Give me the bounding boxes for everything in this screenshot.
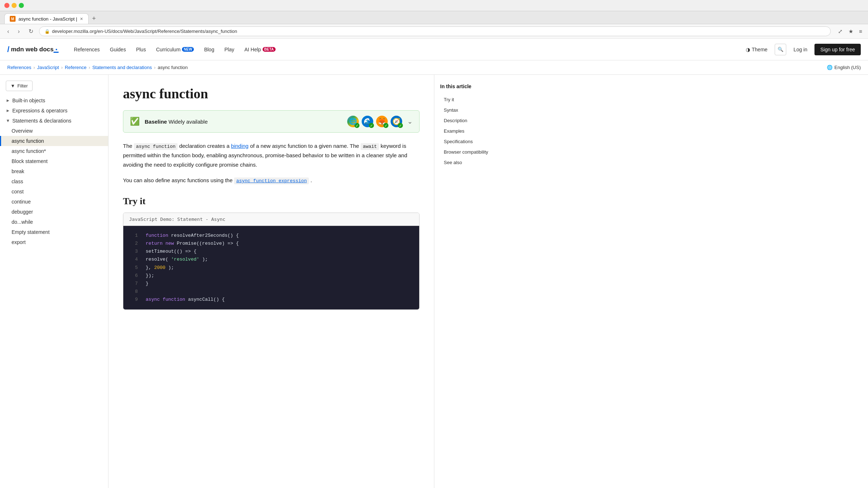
code-demo-box: JavaScript Demo: Statement - Async 1 fun… [123, 213, 420, 310]
nav-blog-label: Blog [204, 47, 214, 52]
intro1-binding-link[interactable]: binding [231, 143, 248, 149]
code-line-2: 2 return new Promise((resolve) => { [129, 240, 413, 248]
forward-button[interactable]: › [15, 27, 22, 36]
baseline-text: Baseline Widely available [145, 119, 342, 125]
nav-curriculum[interactable]: Curriculum NEW [152, 44, 198, 55]
tab-title: async function - JavaScript | [18, 16, 77, 22]
theme-label: Theme [752, 47, 768, 52]
nav-guides[interactable]: Guides [106, 44, 130, 55]
firefox-icon: 🦊 ✓ [376, 116, 388, 127]
sidebar-item-continue[interactable]: continue [0, 197, 108, 207]
tab-close-icon[interactable]: × [80, 16, 83, 22]
intro1-mid: declaration creates a [179, 143, 231, 149]
toc-item-browser-compat[interactable]: Browser compatibility [440, 147, 508, 157]
kw-new-2: new [165, 241, 174, 246]
dot-green[interactable] [19, 3, 24, 8]
sidebar-item-block[interactable]: Block statement [0, 156, 108, 166]
nav-references[interactable]: References [69, 44, 104, 55]
breadcrumb-statements[interactable]: Statements and declarations [92, 65, 152, 70]
extensions-icon[interactable]: ⤢ [837, 27, 844, 36]
sidebar-item-break[interactable]: break [0, 166, 108, 176]
breadcrumb-references[interactable]: References [7, 65, 31, 70]
sidebar-item-debugger[interactable]: debugger [0, 207, 108, 217]
logo-dot [56, 49, 57, 50]
filter-button[interactable]: ▼ Filter [6, 81, 33, 91]
aihelp-badge: BETA [263, 47, 276, 52]
intro2-async-code-link[interactable]: async function expression [234, 177, 309, 184]
sidebar-item-class[interactable]: class [0, 176, 108, 187]
sidebar-item-dowhile[interactable]: do...while [0, 217, 108, 227]
search-button[interactable]: 🔍 [775, 44, 786, 55]
breadcrumb-sep-2: › [61, 65, 63, 70]
tab-favicon: M [10, 16, 16, 22]
dot-red[interactable] [4, 3, 9, 8]
header-right: ◑ Theme 🔍 Log in Sign up for free [742, 44, 861, 55]
sidebar-item-empty[interactable]: Empty statement [0, 227, 108, 237]
nav-blog[interactable]: Blog [200, 44, 218, 55]
theme-moon-icon: ◑ [746, 47, 750, 52]
nav-icons: ⤢ ★ ≡ [837, 27, 864, 36]
line-num-2: 2 [129, 240, 138, 248]
code-demo-body: 1 function resolveAfter2Seconds() { 2 re… [123, 226, 419, 309]
sidebar-section-expressions[interactable]: ► Expressions & operators [0, 106, 108, 116]
sidebar-section-statements[interactable]: ▼ Statements & declarations [0, 116, 108, 126]
signup-button[interactable]: Sign up for free [814, 44, 861, 55]
num-2000-5: 2000 [154, 265, 165, 270]
sidebar-item-async-function[interactable]: async function [0, 136, 108, 146]
address-bar[interactable]: 🔒 developer.mozilla.org/en-US/docs/Web/J… [39, 26, 831, 36]
toc-item-see-also[interactable]: See also [440, 158, 508, 167]
sidebar-item-const[interactable]: const [0, 187, 108, 197]
code-line-4: 4 resolve( 'resolved' ); [129, 256, 413, 264]
chevron-right-icon: ► [6, 98, 10, 103]
line-num-9: 9 [129, 296, 138, 304]
refresh-button[interactable]: ↻ [26, 26, 36, 36]
logo-underline [54, 52, 59, 53]
nav-plus[interactable]: Plus [132, 44, 150, 55]
breadcrumb-reference[interactable]: Reference [65, 65, 86, 70]
code-line-9: 9 async function asyncCall() { [129, 296, 413, 304]
breadcrumb-sep-3: › [89, 65, 90, 70]
page-title: async function [123, 86, 420, 102]
intro2-pre: You can also define async functions usin… [123, 177, 234, 183]
content-area: async function ✅ Baseline Widely availab… [109, 75, 434, 488]
sidebar-item-export[interactable]: export [0, 237, 108, 247]
code-resolve-pre-4: resolve( [146, 257, 168, 262]
breadcrumb-javascript[interactable]: JavaScript [37, 65, 59, 70]
chrome-icon: 🌐 ✓ [347, 116, 359, 127]
sidebar-built-in-label: Built-in objects [12, 98, 45, 103]
bookmark-icon[interactable]: ★ [847, 27, 855, 36]
intro2-post: . [310, 177, 312, 183]
browser-tab[interactable]: M async function - JavaScript | × [4, 13, 89, 24]
sidebar-item-async-generator[interactable]: async function* [0, 146, 108, 156]
intro1-pre: The [123, 143, 134, 149]
edge-icon: 🌊 ✓ [362, 116, 373, 127]
nav-play[interactable]: Play [220, 44, 238, 55]
str-resolved-4: 'resolved' [171, 257, 199, 262]
sidebar-section-built-in[interactable]: ► Built-in objects [0, 95, 108, 106]
toc-item-specifications[interactable]: Specifications [440, 137, 508, 146]
code-fn-name-1: resolveAfter2Seconds() { [171, 233, 239, 238]
new-tab-button[interactable]: + [89, 13, 100, 24]
login-button[interactable]: Log in [790, 44, 811, 55]
menu-icon[interactable]: ≡ [858, 27, 864, 36]
kw-return-2: return [146, 241, 163, 246]
toc-item-syntax[interactable]: Syntax [440, 106, 508, 115]
toc-item-try-it[interactable]: Try it [440, 95, 508, 104]
line-num-6: 6 [129, 272, 138, 280]
nav-play-label: Play [224, 47, 234, 52]
browser-nav: ‹ › ↻ 🔒 developer.mozilla.org/en-US/docs… [0, 24, 868, 39]
toc-item-description[interactable]: Description [440, 116, 508, 125]
toc-item-examples[interactable]: Examples [440, 127, 508, 136]
dot-yellow[interactable] [12, 3, 17, 8]
language-selector[interactable]: 🌐 English (US) [827, 65, 861, 70]
nav-plus-label: Plus [136, 47, 146, 52]
intro1-await-code: await [361, 143, 379, 150]
mdn-logo[interactable]: / mdn web docs [7, 45, 59, 54]
baseline-expand-button[interactable]: ⌄ [407, 117, 413, 125]
nav-aihelp[interactable]: AI Help BETA [240, 44, 280, 55]
back-button[interactable]: ‹ [4, 27, 12, 36]
code-line-8: 8 [129, 288, 413, 296]
sidebar-item-overview[interactable]: Overview [0, 126, 108, 136]
intro-paragraph-1: The async function declaration creates a… [123, 141, 420, 169]
theme-button[interactable]: ◑ Theme [742, 44, 771, 55]
